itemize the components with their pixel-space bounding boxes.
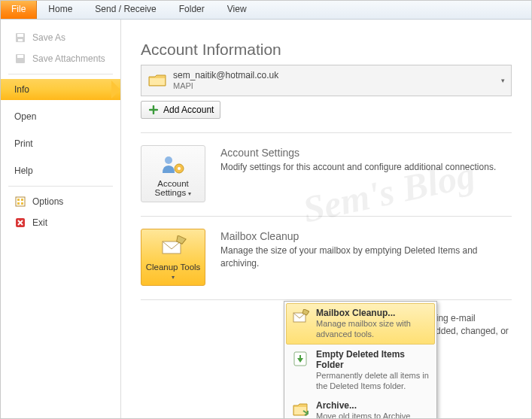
section-description: Modify settings for this account and con…	[220, 161, 512, 174]
menu-item-title: Empty Deleted Items Folder	[316, 349, 430, 370]
divider	[141, 132, 512, 133]
plus-icon	[147, 104, 160, 116]
attachment-icon	[14, 53, 26, 65]
sidebar-item-label: Save As	[32, 32, 65, 43]
sidebar-save-attachments: Save Attachments	[1, 48, 120, 69]
content-area: Sem's Blog Account Information sem_naiti…	[121, 20, 531, 418]
exit-icon	[14, 217, 26, 229]
ribbon: File Home Send / Receive Folder View	[1, 1, 531, 20]
sidebar-item-label: Open	[14, 111, 36, 122]
button-label: Cleanup Tools ▾	[144, 263, 202, 281]
cleanup-tools-menu: Mailbox Cleanup... Manage mailbox size w…	[284, 301, 437, 418]
menu-item-empty-deleted[interactable]: Empty Deleted Items Folder Permanently d…	[286, 345, 435, 396]
svg-rect-2	[18, 39, 23, 41]
sidebar-print[interactable]: Print	[1, 133, 120, 154]
sidebar-item-label: Save Attachments	[32, 53, 105, 64]
sidebar-save-as: Save As	[1, 27, 120, 48]
sidebar-item-label: Print	[14, 138, 33, 149]
svg-rect-6	[17, 199, 20, 201]
recycle-icon	[290, 349, 310, 369]
sidebar-item-label: Help	[14, 165, 33, 176]
menu-item-desc: Permanently delete all items in the Dele…	[316, 370, 430, 392]
mailbox-cleanup-icon	[290, 308, 310, 327]
section-heading: Account Settings	[220, 147, 512, 159]
page-title: Account Information	[141, 41, 512, 59]
options-icon	[14, 196, 26, 208]
add-account-button[interactable]: Add Account	[141, 101, 220, 119]
account-selector[interactable]: sem_naitik@hotmail.co.uk MAPI ▾	[141, 65, 512, 96]
sidebar-item-label: Exit	[32, 217, 47, 228]
svg-rect-4	[17, 55, 23, 58]
menu-item-desc: Manage mailbox size with advanced tools.	[316, 318, 430, 340]
divider	[141, 299, 512, 300]
divider	[141, 216, 512, 217]
button-label: Account Settings ▾	[144, 179, 202, 197]
section-heading: Mailbox Cleanup	[220, 230, 512, 242]
svg-rect-9	[21, 202, 23, 205]
section-mailbox-cleanup: Cleanup Tools ▾ Mailbox Cleanup Manage t…	[141, 229, 512, 286]
menu-item-title: Mailbox Cleanup...	[316, 308, 430, 318]
tab-send-receive[interactable]: Send / Receive	[84, 1, 167, 19]
section-account-settings: Account Settings ▾ Account Settings Modi…	[141, 145, 512, 202]
svg-rect-11	[150, 78, 165, 85]
backstage-sidebar: Save As Save Attachments Info Open Print…	[1, 20, 121, 418]
folder-icon	[147, 72, 167, 89]
account-email: sem_naitik@hotmail.co.uk	[173, 70, 278, 81]
sidebar-item-label: Options	[32, 196, 63, 207]
section-description: Manage the size of your mailbox by empty…	[220, 244, 512, 271]
divider	[8, 186, 113, 187]
sidebar-help[interactable]: Help	[1, 160, 120, 181]
svg-point-14	[178, 167, 181, 170]
menu-item-mailbox-cleanup[interactable]: Mailbox Cleanup... Manage mailbox size w…	[286, 303, 435, 345]
account-type: MAPI	[173, 81, 278, 92]
tab-home[interactable]: Home	[37, 1, 84, 19]
sidebar-open[interactable]: Open	[1, 106, 120, 127]
button-label: Add Account	[163, 105, 214, 115]
sidebar-item-label: Info	[14, 84, 29, 95]
sidebar-info[interactable]: Info	[1, 79, 120, 100]
archive-icon	[290, 400, 310, 418]
account-settings-button[interactable]: Account Settings ▾	[141, 145, 205, 202]
divider	[8, 74, 113, 74]
tab-view[interactable]: View	[216, 1, 258, 19]
svg-rect-7	[21, 199, 23, 201]
save-icon	[14, 32, 26, 44]
tab-folder[interactable]: Folder	[168, 1, 216, 19]
svg-rect-1	[17, 34, 23, 37]
sidebar-options[interactable]: Options	[1, 191, 120, 212]
chevron-down-icon: ▾	[501, 77, 505, 84]
sidebar-exit[interactable]: Exit	[1, 212, 120, 233]
svg-rect-8	[17, 202, 20, 205]
menu-item-archive[interactable]: Archive... Move old items to Archive Fol…	[286, 396, 435, 418]
svg-point-12	[165, 156, 172, 164]
tab-file[interactable]: File	[1, 1, 37, 19]
svg-rect-5	[16, 197, 25, 206]
menu-item-desc: Move old items to Archive Folders in the…	[316, 411, 430, 418]
cleanup-tools-button[interactable]: Cleanup Tools ▾	[141, 229, 205, 286]
menu-item-title: Archive...	[316, 400, 430, 411]
settings-icon	[158, 152, 188, 176]
cleanup-icon	[158, 235, 188, 260]
